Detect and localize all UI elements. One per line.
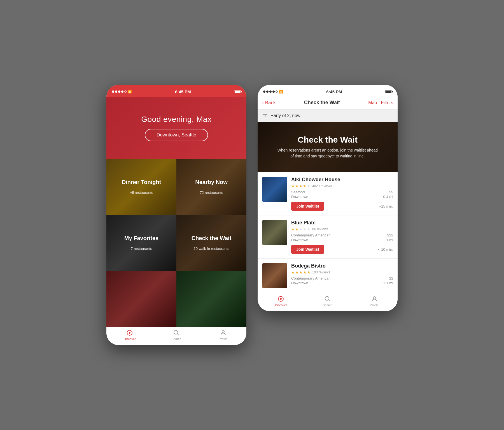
- restaurant-item-alki[interactable]: Alki Chowder House ★ ★ ★ ★ ★ 4029 review…: [258, 172, 398, 215]
- status-bar-1: 📶 6:45 PM: [106, 85, 246, 97]
- stars-bodega: ★ ★ ★ ★ ★: [291, 270, 311, 275]
- tile-bottom1[interactable]: [106, 271, 176, 327]
- restaurant-img-alki: [262, 177, 287, 202]
- svg-point-12: [373, 297, 375, 299]
- wifi-icon-2: 📶: [279, 90, 283, 94]
- nav-search-1[interactable]: Search: [153, 329, 200, 341]
- tile-bottom2[interactable]: [176, 271, 246, 327]
- profile-icon-2: [371, 296, 378, 302]
- bostar2: ★: [295, 270, 299, 275]
- dot2-5: [276, 90, 278, 93]
- meta-row-blue: Contemporary American $$$: [291, 233, 393, 237]
- nav-discover-2[interactable]: Discover: [258, 296, 304, 307]
- restaurant-item-bodega[interactable]: Bodega Bistro ★ ★ ★ ★ ★ 193 reviews Cont…: [258, 259, 398, 293]
- back-label: Back: [265, 100, 276, 106]
- search-icon-2: [324, 296, 331, 302]
- svg-point-4: [222, 331, 224, 333]
- tile-dinner[interactable]: Dinner Tonight All restaurants: [106, 159, 176, 215]
- tile-favorites[interactable]: My Favorites 7 restaurants: [106, 215, 176, 271]
- tile-wait[interactable]: Check the Wait 10 walk-in restaurants: [176, 215, 246, 271]
- map-button[interactable]: Map: [368, 100, 377, 105]
- screen2-nav-header: ‹ Back Check the Wait Map Filters: [258, 97, 398, 110]
- battery-icon: [234, 90, 241, 93]
- dot5: [124, 90, 127, 93]
- dot2-1: [263, 90, 265, 93]
- tile-favorites-title: My Favorites: [124, 235, 158, 241]
- profile-label-2: Profile: [370, 303, 379, 307]
- tile-favorites-sub: 7 restaurants: [131, 247, 152, 251]
- restaurant-info-alki: Alki Chowder House ★ ★ ★ ★ ★ 4029 review…: [291, 177, 393, 211]
- tile-dinner-sub: All restaurants: [130, 190, 153, 195]
- bstar1: ★: [291, 227, 295, 231]
- back-button[interactable]: ‹ Back: [262, 99, 276, 106]
- stars-row-blue: ★ ★ ★ ★ ★ 86 reviews: [291, 227, 393, 231]
- wait-time-alki: ~15 min.: [379, 204, 393, 208]
- dot3: [118, 90, 120, 93]
- dot1: [112, 90, 114, 93]
- price-alki: $$: [389, 190, 393, 194]
- dot2-4: [272, 90, 275, 93]
- signal-dots-2: [263, 90, 278, 93]
- distance-blue: 1 mi: [386, 238, 393, 242]
- star1: ★: [291, 184, 295, 188]
- bostar3: ★: [299, 270, 303, 275]
- nav-profile-2[interactable]: Profile: [351, 296, 398, 307]
- screen2-phone: 📶 6:45 PM ‹ Back Check the Wait Map Filt…: [258, 85, 398, 311]
- nav-profile-1[interactable]: Profile: [200, 329, 246, 341]
- stars-alki: ★ ★ ★ ★ ★: [291, 184, 311, 188]
- nav-search-2[interactable]: Search: [304, 296, 351, 307]
- cuisine-blue: Contemporary American: [291, 233, 330, 237]
- join-waitlist-blue[interactable]: Join Waitlist: [291, 245, 324, 254]
- location-row-blue: Downtown 1 mi: [291, 238, 393, 242]
- star3: ★: [299, 184, 303, 188]
- screen2-title: Check the Wait: [276, 100, 368, 106]
- discover-icon: [126, 329, 133, 336]
- review-count-bodega: 193 reviews: [312, 270, 330, 274]
- nav-discover-1[interactable]: Discover: [106, 329, 153, 341]
- tile-wait-divider: [208, 244, 215, 244]
- dot2: [115, 90, 117, 93]
- cuisine-bodega: Contemporary American: [291, 276, 330, 280]
- profile-icon: [220, 329, 227, 336]
- wifi-icon: 📶: [128, 90, 132, 94]
- search-label-2: Search: [323, 303, 333, 307]
- dot2-3: [269, 90, 272, 93]
- bstar4: ★: [303, 227, 307, 231]
- join-waitlist-alki[interactable]: Join Waitlist: [291, 202, 324, 211]
- restaurant-img-blue: [262, 220, 287, 245]
- back-chevron-icon: ‹: [262, 99, 264, 106]
- restaurant-info-blue: Blue Plate ★ ★ ★ ★ ★ 86 reviews Contempo…: [291, 220, 393, 254]
- hero-banner: Check the Wait When reservations aren't …: [258, 122, 398, 172]
- bstar5: ★: [307, 227, 311, 231]
- tile-dinner-divider: [138, 188, 145, 188]
- location-row-bodega: Downtown 1.1 mi: [291, 281, 393, 285]
- stars-row-alki: ★ ★ ★ ★ ★ 4029 reviews: [291, 184, 393, 188]
- discover-label-2: Discover: [275, 303, 287, 307]
- screen1-header: Good evening, Max Downtown, Seattle: [106, 97, 246, 159]
- location-blue: Downtown: [291, 238, 308, 242]
- profile-label-1: Profile: [219, 337, 227, 341]
- svg-line-11: [329, 300, 330, 302]
- party-bar[interactable]: Party of 2, now: [258, 110, 398, 122]
- discover-icon-2: [277, 296, 284, 302]
- bostar5: ★: [307, 270, 311, 275]
- screen1-phone: 📶 6:45 PM Good evening, Max Downtown, Se…: [106, 85, 246, 345]
- bstar2: ★: [295, 227, 299, 231]
- discover-label-1: Discover: [124, 337, 136, 341]
- location-button[interactable]: Downtown, Seattle: [145, 129, 208, 141]
- dot2-2: [266, 90, 269, 93]
- battery-fill-2: [386, 90, 391, 93]
- filters-button[interactable]: Filters: [381, 100, 393, 105]
- tile-dinner-content: Dinner Tonight All restaurants: [106, 159, 176, 215]
- signal-area-2: 📶: [263, 90, 283, 94]
- tile-nearby-title: Nearby Now: [195, 179, 228, 185]
- stars-blue: ★ ★ ★ ★ ★: [291, 227, 311, 231]
- tile-nearby[interactable]: Nearby Now 72 restaurants: [176, 159, 246, 215]
- bostar4: ★: [303, 270, 307, 275]
- tile-dinner-title: Dinner Tonight: [122, 179, 161, 185]
- restaurant-name-blue: Blue Plate: [291, 220, 393, 226]
- status-bar-2: 📶 6:45 PM: [258, 85, 398, 97]
- svg-point-2: [174, 330, 178, 334]
- bottom-nav-1: Discover Search Profile: [106, 327, 246, 345]
- restaurant-item-blue[interactable]: Blue Plate ★ ★ ★ ★ ★ 86 reviews Contempo…: [258, 215, 398, 259]
